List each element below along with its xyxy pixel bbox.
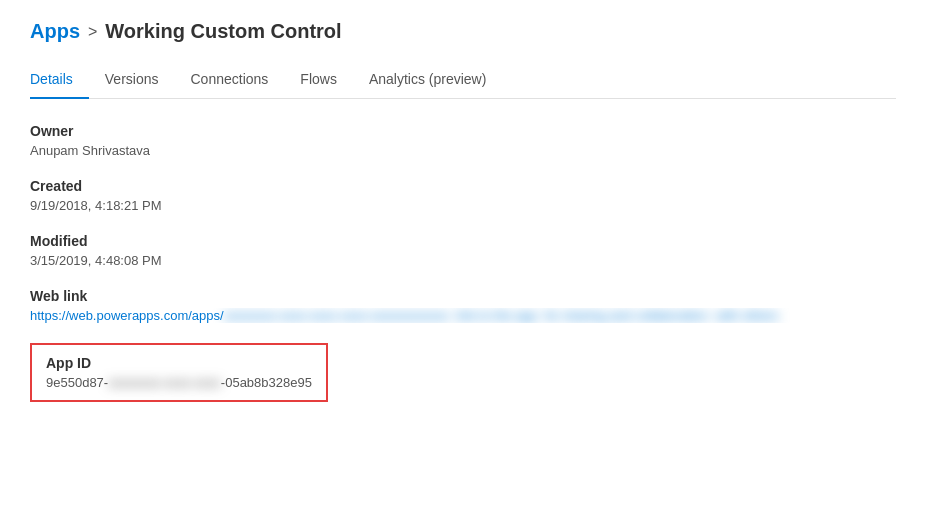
tab-bar: Details Versions Connections Flows Analy…	[30, 63, 896, 99]
web-link-field: Web link https://web.powerapps.com/apps/…	[30, 288, 896, 323]
breadcrumb-separator: >	[88, 23, 97, 41]
app-id-label: App ID	[46, 355, 312, 371]
modified-label: Modified	[30, 233, 896, 249]
breadcrumb-apps-link[interactable]: Apps	[30, 20, 80, 43]
created-value: 9/19/2018, 4:18:21 PM	[30, 198, 896, 213]
app-id-value: 9e550d87-xxxxxxxx-xxxx-xxxx-05ab8b328e95	[46, 375, 312, 390]
web-link-blurred: xxxxxxxx-xxxx-xxxx-xxxx-xxxxxxxxxxxx lin…	[224, 308, 779, 323]
web-link-value[interactable]: https://web.powerapps.com/apps/xxxxxxxx-…	[30, 308, 830, 323]
app-id-highlight-box: App ID 9e550d87-xxxxxxxx-xxxx-xxxx-05ab8…	[30, 343, 328, 402]
tab-connections[interactable]: Connections	[191, 63, 285, 99]
breadcrumb-current-page: Working Custom Control	[105, 20, 341, 43]
owner-value: Anupam Shrivastava	[30, 143, 896, 158]
created-label: Created	[30, 178, 896, 194]
app-id-field: App ID 9e550d87-xxxxxxxx-xxxx-xxxx-05ab8…	[30, 343, 896, 402]
modified-value: 3/15/2019, 4:48:08 PM	[30, 253, 896, 268]
breadcrumb: Apps > Working Custom Control	[30, 20, 896, 43]
tab-details[interactable]: Details	[30, 63, 89, 99]
details-content: Owner Anupam Shrivastava Created 9/19/20…	[30, 123, 896, 422]
tab-flows[interactable]: Flows	[300, 63, 353, 99]
tab-analytics[interactable]: Analytics (preview)	[369, 63, 502, 99]
app-id-middle: xxxxxxxx-xxxx-xxxx	[108, 375, 221, 390]
owner-label: Owner	[30, 123, 896, 139]
modified-field: Modified 3/15/2019, 4:48:08 PM	[30, 233, 896, 268]
owner-field: Owner Anupam Shrivastava	[30, 123, 896, 158]
web-link-label: Web link	[30, 288, 896, 304]
created-field: Created 9/19/2018, 4:18:21 PM	[30, 178, 896, 213]
tab-versions[interactable]: Versions	[105, 63, 175, 99]
